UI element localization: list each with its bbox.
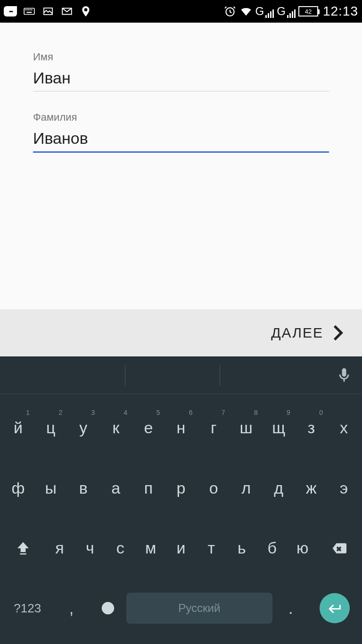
key-ю[interactable]: ю [287,526,317,570]
suggestion-divider [125,365,125,386]
svg-rect-5 [31,9,32,10]
key-ш[interactable]: ш8 [230,406,263,450]
space-key-label: Русский [126,593,272,624]
key-щ[interactable]: щ9 [263,406,295,450]
enter-key[interactable] [309,586,360,630]
key-ы[interactable]: ы [34,466,67,510]
comma-key[interactable]: , [53,586,90,630]
key-я[interactable]: я [44,526,74,570]
key-п[interactable]: п [132,466,165,510]
svg-rect-0 [24,8,34,15]
key-н[interactable]: н6 [165,406,197,450]
first-name-input[interactable] [33,67,329,91]
space-key[interactable]: Русский [126,586,272,630]
suggestion-divider [220,365,220,386]
language-key[interactable] [90,586,126,630]
key-с[interactable]: с [105,526,135,570]
key-о[interactable]: о [197,466,230,510]
key-з[interactable]: з0 [295,406,328,450]
image-notif-icon [41,5,55,18]
key-к[interactable]: к4 [99,406,132,450]
key-м[interactable]: м [135,526,165,570]
svg-rect-6 [27,12,32,13]
key-в[interactable]: в [67,466,99,510]
next-button[interactable]: ДАЛЕЕ [271,324,343,341]
status-bar: ••• G G 42 12:13 [0,0,362,23]
key-ж[interactable]: ж [295,466,328,510]
mic-icon[interactable] [336,367,353,384]
keyboard-row-2: фывапролджэ [2,466,360,510]
svg-rect-3 [28,9,29,10]
wifi-icon [239,5,253,18]
svg-point-9 [84,8,88,12]
keyboard: й1ц2у3к4е5н6г7ш8щ9з0х фывапролджэ ячсмит… [0,356,362,644]
keyboard-suggestion-bar [0,356,362,394]
backspace-key[interactable] [318,526,360,570]
key-б[interactable]: б [257,526,287,570]
key-х[interactable]: х [328,406,360,450]
action-bar: ДАЛЕЕ [0,309,362,356]
network-1-icon: G [255,5,274,18]
last-name-label: Фамилия [33,111,329,124]
key-ц[interactable]: ц2 [34,406,67,450]
key-ь[interactable]: ь [227,526,257,570]
keyboard-row-1: й1ц2у3к4е5н6г7ш8щ9з0х [2,406,360,450]
key-э[interactable]: э [328,466,360,510]
key-и[interactable]: и [166,526,196,570]
location-notif-icon [79,5,92,18]
key-т[interactable]: т [196,526,226,570]
last-name-input[interactable] [33,127,329,153]
form-content: Имя Фамилия [0,23,362,309]
battery-icon: 42 [298,6,318,17]
first-name-label: Имя [33,51,329,63]
mail-notif-icon [60,5,74,18]
keyboard-row-4: ?123 , Русский . [2,586,360,630]
svg-rect-1 [25,9,26,10]
key-е[interactable]: е5 [132,406,165,450]
period-key[interactable]: . [272,586,309,630]
key-г[interactable]: г7 [197,406,230,450]
notification-badge-icon: ••• [4,5,17,18]
svg-rect-2 [27,9,28,10]
keyboard-row-3: ячсмитьбю [2,526,360,570]
key-у[interactable]: у3 [67,406,99,450]
last-name-field: Фамилия [33,111,329,153]
key-л[interactable]: л [230,466,263,510]
shift-key[interactable] [2,526,44,570]
network-2-icon: G [277,5,296,18]
alarm-icon [223,5,237,18]
next-button-label: ДАЛЕЕ [271,325,323,341]
first-name-field: Имя [33,51,329,91]
symbols-key[interactable]: ?123 [2,586,53,630]
key-д[interactable]: д [263,466,295,510]
clock: 12:13 [323,4,358,19]
key-ч[interactable]: ч [75,526,105,570]
keyboard-notif-icon [23,5,36,18]
key-р[interactable]: р [165,466,197,510]
key-а[interactable]: а [99,466,132,510]
key-й[interactable]: й1 [2,406,34,450]
chevron-right-icon [333,324,343,341]
svg-rect-4 [30,9,31,10]
enter-icon [327,600,343,616]
key-ф[interactable]: ф [2,466,34,510]
